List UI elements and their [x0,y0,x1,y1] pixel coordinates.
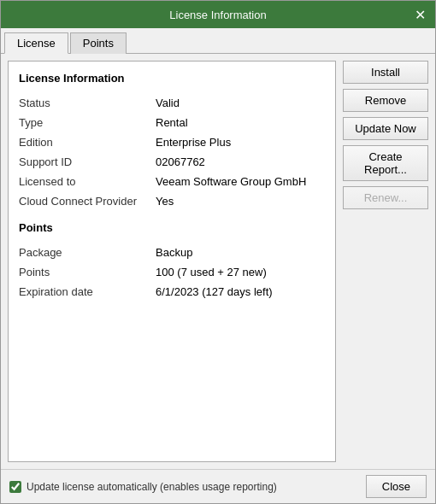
main-panel: License Information Status Valid Type Re… [8,61,336,462]
table-row: Support ID 02067762 [19,152,325,172]
label-points: Points [19,266,156,278]
table-row: Licensed to Veeam Software Group GmbH [19,172,325,191]
value-points: 100 (7 used + 27 new) [156,266,267,278]
create-report-button[interactable]: Create Report... [343,145,428,181]
dialog-body: License Information Status Valid Type Re… [1,54,435,469]
value-licensed-to: Veeam Software Group GmbH [156,175,306,188]
table-row: Cloud Connect Provider Yes [19,191,325,211]
dialog-title: License Information [25,9,411,21]
remove-button[interactable]: Remove [343,89,428,112]
auto-update-checkbox[interactable] [9,481,21,493]
auto-update-label: Update license automatically (enables us… [27,481,277,493]
tab-points[interactable]: Points [70,32,127,54]
label-licensed-to: Licensed to [19,175,156,188]
table-row: Edition Enterprise Plus [19,132,325,152]
label-package: Package [19,246,156,259]
license-dialog: License Information ✕ License Points Lic… [0,0,436,504]
value-package: Backup [156,246,192,259]
value-type: Rental [156,116,188,129]
value-status: Valid [156,97,180,109]
side-panel: Install Remove Update Now Create Report.… [343,61,428,462]
value-cloud-connect: Yes [156,195,174,208]
label-type: Type [19,116,156,129]
value-edition: Enterprise Plus [156,136,231,149]
footer-left: Update license automatically (enables us… [9,481,277,493]
tabs-bar: License Points [1,28,435,54]
install-button[interactable]: Install [343,61,428,84]
title-bar: License Information ✕ [1,1,435,28]
value-support-id: 02067762 [156,155,205,168]
close-icon[interactable]: ✕ [411,6,428,23]
points-section-title: Points [19,221,325,234]
table-row: Package Backup [19,243,325,262]
license-section-title: License Information [19,72,325,85]
label-expiration: Expiration date [19,285,156,298]
table-row: Status Valid [19,93,325,113]
label-edition: Edition [19,136,156,149]
footer: Update license automatically (enables us… [1,469,435,503]
table-row: Type Rental [19,113,325,132]
close-button[interactable]: Close [366,475,427,498]
tab-license[interactable]: License [4,32,68,54]
update-now-button[interactable]: Update Now [343,117,428,140]
table-row: Expiration date 6/1/2023 (127 days left) [19,282,325,302]
label-cloud-connect: Cloud Connect Provider [19,195,156,208]
table-row: Points 100 (7 used + 27 new) [19,262,325,282]
value-expiration: 6/1/2023 (127 days left) [156,285,273,298]
label-support-id: Support ID [19,155,156,168]
label-status: Status [19,97,156,109]
renew-button[interactable]: Renew... [343,186,428,209]
